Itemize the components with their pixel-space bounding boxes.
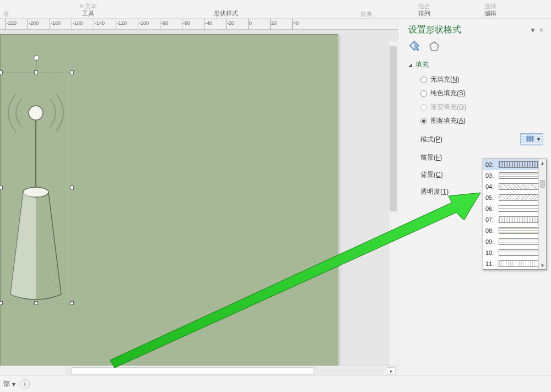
svg-point-3	[417, 48, 419, 51]
ruler-tick	[28, 19, 28, 30]
pane-header: 设置形状格式 ▼ ×	[398, 19, 551, 40]
resize-handle-tr[interactable]	[70, 70, 74, 74]
ruler-tick-label: 0	[249, 20, 252, 26]
ruler-tick	[138, 19, 138, 30]
ruler-tick-label: -80	[161, 20, 168, 26]
section-fill-label: 填充	[415, 60, 429, 69]
ruler-tick	[116, 19, 116, 30]
pattern-option[interactable]: 06:	[483, 203, 546, 214]
scrollbar-horizontal[interactable]: ▸	[0, 366, 398, 375]
list-scrollbar[interactable]: ▲ ▼	[538, 159, 546, 269]
radio-gradient-fill-label: 渐变填充	[430, 103, 457, 111]
ruler-tick-label: -100	[139, 20, 149, 26]
shape-radio-tower[interactable]	[2, 74, 69, 301]
pane-menu-button[interactable]: ▼	[530, 26, 536, 34]
ribbon-effects-fragment: 效果	[360, 10, 372, 17]
pattern-swatch-icon	[499, 260, 544, 267]
prop-foreground-key: F	[436, 154, 440, 161]
radio-no-fill-label: 无填充	[430, 75, 450, 83]
list-scrollbar-thumb[interactable]	[540, 180, 545, 188]
radio-no-fill-key: N	[452, 75, 457, 83]
radio-solid-fill[interactable]: 纯色填充(S)	[420, 89, 551, 98]
resize-handle-tm[interactable]	[34, 70, 38, 74]
ribbon-group-shapestyle: 形状样式	[110, 0, 342, 18]
scrollbar-vertical-thumb[interactable]	[390, 46, 397, 211]
resize-handle-mr[interactable]	[70, 186, 74, 189]
pattern-option[interactable]: 02:	[483, 159, 546, 170]
pattern-option-number: 09:	[485, 238, 496, 245]
status-fragment: 部 ▾	[3, 379, 15, 389]
canvas-viewport[interactable]	[0, 30, 398, 375]
radio-gradient-fill-key: G	[459, 103, 464, 111]
pattern-option[interactable]: 07:	[483, 214, 546, 225]
pattern-option-number: 06:	[485, 205, 496, 212]
pattern-option[interactable]: 09:	[483, 236, 546, 247]
pattern-option[interactable]: 11:	[483, 258, 546, 269]
pattern-option[interactable]: 04:	[483, 181, 546, 192]
ribbon-group-label-shapestyle: 形状样式	[214, 9, 238, 17]
ruler-tick	[204, 19, 204, 30]
fill-and-line-icon[interactable]	[408, 40, 420, 52]
pane-close-button[interactable]: ×	[539, 26, 543, 34]
prop-pattern-key: P	[436, 135, 440, 143]
scroll-up-icon[interactable]: ▲	[539, 159, 546, 167]
rotation-stem	[36, 61, 37, 72]
pattern-swatch-icon	[499, 249, 544, 256]
effects-icon[interactable]	[428, 40, 440, 52]
canvas-outer	[0, 30, 398, 375]
pattern-option-number: 03:	[485, 172, 496, 179]
pattern-swatch-icon	[499, 227, 544, 234]
pattern-option[interactable]: 03:	[483, 170, 546, 181]
ruler-tick-label: -60	[183, 20, 190, 26]
ruler-tick-label: -200	[29, 20, 39, 26]
drawing-page[interactable]	[0, 34, 338, 375]
svg-marker-4	[430, 42, 439, 51]
ruler-tick-label: -40	[205, 20, 212, 26]
ribbon-group-effects: 效果	[342, 0, 391, 18]
scrollbar-vertical[interactable]	[388, 41, 398, 375]
resize-handle-br[interactable]	[70, 301, 74, 305]
pattern-option-number: 04:	[485, 183, 496, 190]
ruler-tick	[270, 19, 271, 30]
rotation-handle[interactable]	[34, 55, 39, 61]
pattern-option-number: 08:	[485, 227, 496, 234]
ruler-tick	[72, 19, 72, 30]
ruler-tick-label: -120	[117, 20, 127, 26]
radio-dot-icon	[420, 90, 427, 97]
section-fill-header[interactable]: ◢ 填充	[398, 57, 551, 73]
prop-pattern-label: 模式	[420, 135, 434, 143]
ribbon-group-label-arrange: 排列	[418, 9, 430, 17]
pattern-option[interactable]: 08:	[483, 225, 546, 236]
scroll-down-icon[interactable]: ▼	[539, 262, 546, 269]
resize-handle-tl[interactable]	[0, 70, 3, 74]
add-page-button[interactable]: +	[20, 379, 30, 389]
ribbon-fragment-left: 落	[0, 0, 66, 18]
pattern-swatch-icon	[499, 238, 544, 245]
pattern-option[interactable]: 05:	[483, 192, 546, 203]
canvas-zone: -220-200-180-160-140-120-100-80-60-40-20…	[0, 19, 398, 375]
prop-transparency-label: 透明度	[420, 188, 440, 195]
prop-background-key: C	[436, 171, 441, 178]
prop-transparency-key: T	[442, 188, 446, 195]
pane-category-icons	[398, 40, 551, 57]
radio-pattern-fill[interactable]: 图案填充(A)	[420, 116, 551, 126]
caret-down-icon[interactable]: ▾	[12, 380, 15, 388]
pattern-swatch-icon	[499, 161, 544, 168]
ribbon-fragment-text: 落	[3, 10, 9, 17]
ruler-tick-label: -20	[227, 20, 234, 26]
radio-pattern-fill-key: A	[459, 117, 463, 124]
pattern-dropdown-button[interactable]: ▼	[520, 133, 543, 145]
scrollbar-horizontal-thumb[interactable]	[72, 367, 314, 375]
workspace: -220-200-180-160-140-120-100-80-60-40-20…	[0, 19, 551, 375]
pattern-option[interactable]: 10:	[483, 247, 546, 258]
pattern-dropdown-list[interactable]: 02:03:04:05:06:07:08:09:10:11: ▲ ▼	[483, 159, 547, 270]
ruler-tick-label: -160	[73, 20, 83, 26]
ruler-tick	[160, 19, 160, 30]
radio-dot-icon	[420, 104, 427, 111]
radio-no-fill[interactable]: 无填充(N)	[420, 75, 551, 84]
resize-handle-bm[interactable]	[34, 301, 38, 305]
ribbon-group-arrange: 组合 排列	[391, 0, 457, 18]
scrollbar-horizontal-right-button[interactable]: ▸	[387, 367, 396, 375]
prop-foreground-label: 前景	[420, 154, 434, 161]
resize-handle-bl[interactable]	[0, 301, 3, 305]
